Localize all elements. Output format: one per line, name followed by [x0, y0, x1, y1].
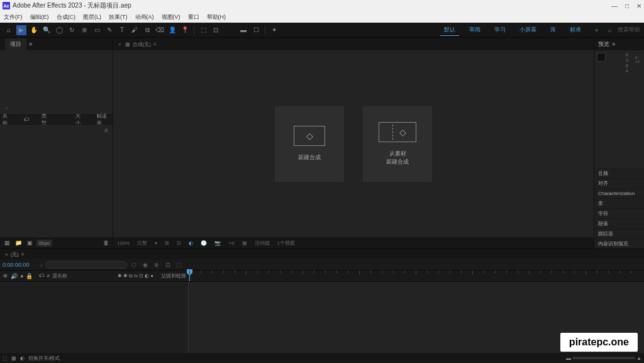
flowchart-icon[interactable]: ⋔ [104, 127, 109, 133]
solo-col-icon[interactable]: ● [20, 273, 23, 279]
guides-icon[interactable]: ⊡ [175, 240, 182, 246]
snap-toggle[interactable]: ⬚ [198, 25, 208, 35]
fill-color[interactable]: ▬ [238, 25, 248, 35]
home-button[interactable]: ⌂ [4, 25, 14, 35]
section-library[interactable]: 库 [594, 198, 644, 208]
close-button[interactable]: ✕ [636, 3, 641, 9]
workspace-more[interactable]: » [591, 26, 602, 35]
stamp-tool[interactable]: ⧉ [142, 25, 152, 35]
color-swatch[interactable] [597, 53, 606, 62]
tl-btn-1[interactable]: ⬡ [130, 260, 138, 269]
tl-btn-4[interactable]: ⊡ [164, 260, 172, 269]
tl-btn-5[interactable]: ⬚ [175, 260, 184, 269]
camera-label[interactable]: 活动摄 [253, 240, 271, 247]
comp-tab-icon: ▦ [125, 42, 130, 47]
maximize-button[interactable]: □ [625, 3, 629, 9]
workspace-learn[interactable]: 学习 [491, 25, 509, 35]
switch-mode-toggle[interactable]: 切换开关/模式 [28, 355, 60, 362]
roto-tool[interactable]: 👤 [167, 25, 177, 35]
section-characterization[interactable]: Characterization [594, 188, 644, 198]
shy-icon[interactable]: ⬚ [3, 355, 8, 361]
tl-btn-2[interactable]: ◉ [141, 260, 150, 269]
eraser-tool[interactable]: ⌫ [155, 25, 165, 35]
interpret-icon[interactable]: ▦ [3, 239, 11, 247]
comp-tab[interactable]: 合成(无) [133, 41, 151, 48]
workspace-review[interactable]: 审阅 [465, 25, 484, 35]
workspace-default[interactable]: 默认 [440, 25, 459, 36]
col-type-icon[interactable]: 🏷 [24, 117, 29, 123]
tl-btn-3[interactable]: ⊕ [152, 260, 161, 269]
transparency-icon[interactable]: ▦ [241, 240, 248, 246]
comp-from-footage-card[interactable]: ◇ 从素材新建合成 [363, 106, 432, 182]
anchor-tool[interactable]: ⊕ [79, 25, 89, 35]
menu-layer[interactable]: 图层(L) [83, 13, 101, 21]
workspace-small[interactable]: 小屏幕 [516, 25, 540, 35]
menu-effect[interactable]: 效果(T) [109, 13, 128, 21]
section-character[interactable]: 字符 [594, 208, 644, 218]
time-icon[interactable]: 🕐 [199, 240, 208, 246]
snap-option[interactable]: ⊡ [211, 25, 221, 35]
menu-edit[interactable]: 编辑(E) [30, 13, 49, 21]
extra-tool[interactable]: ✦ [269, 25, 279, 35]
pen-tool[interactable]: ✎ [104, 25, 114, 35]
timeline-search-icon[interactable]: ⌕ [40, 262, 43, 268]
project-search[interactable]: ⌕ [3, 102, 110, 113]
rotate-tool[interactable]: ↻ [67, 25, 77, 35]
resolution[interactable]: 完整 [136, 240, 148, 247]
grid-icon[interactable]: ⊞ [164, 240, 170, 246]
section-paragraph[interactable]: 段落 [594, 218, 644, 228]
project-tab[interactable]: 项目 [5, 38, 26, 50]
workspace-standard[interactable]: 标准 [566, 25, 585, 35]
bit-depth[interactable]: 8bpc [36, 240, 52, 247]
menu-composition[interactable]: 合成(C) [57, 13, 76, 21]
search-icon[interactable]: ⌕ [608, 27, 611, 33]
menu-help[interactable]: 帮助(H) [207, 13, 226, 21]
zoom-out-icon[interactable]: ▬ [566, 355, 571, 361]
new-comp-icon[interactable]: ▣ [25, 239, 34, 247]
lock-col-icon[interactable]: 🔒 [26, 273, 33, 279]
frame-blend-icon[interactable]: ▦ [11, 355, 16, 361]
trash-icon[interactable]: 🗑 [101, 239, 110, 247]
zoom-tool[interactable]: 🔍 [42, 25, 52, 35]
visibility-col-icon[interactable]: 👁 [3, 273, 8, 279]
source-name-col[interactable]: 源名称 [52, 272, 67, 279]
parent-col[interactable]: 父级和链接 [161, 272, 186, 279]
zoom-level[interactable]: 100% [116, 240, 131, 246]
hand-tool[interactable]: ✋ [29, 25, 39, 35]
orbit-tool[interactable]: ◯ [54, 25, 64, 35]
zoom-slider[interactable] [572, 357, 635, 359]
audio-col-icon[interactable]: 🔊 [11, 273, 18, 279]
zoom-in-icon[interactable]: ▲ [636, 355, 641, 361]
menu-window[interactable]: 窗口 [188, 13, 199, 21]
motion-blur-icon[interactable]: ◐ [20, 355, 25, 361]
section-content-fill[interactable]: 内容识别填充 [594, 238, 644, 249]
snapshot-icon[interactable]: 📷 [213, 240, 222, 246]
section-align[interactable]: 对齐 [594, 178, 644, 188]
timeline-search[interactable] [45, 261, 127, 269]
section-tracker[interactable]: 跟踪器 [594, 228, 644, 238]
stroke-color[interactable]: ☐ [251, 25, 261, 35]
selection-tool[interactable]: ▶ [16, 25, 26, 35]
text-tool[interactable]: T [117, 25, 127, 35]
timecode[interactable]: 0:00:00:00 [3, 262, 30, 268]
workspace-library[interactable]: 库 [547, 25, 560, 35]
section-audio[interactable]: 音频 [594, 168, 644, 178]
menu-view[interactable]: 视图(V) [162, 13, 180, 21]
menu-file[interactable]: 文件(F) [4, 13, 23, 21]
project-body[interactable]: ⋔ [0, 125, 113, 237]
view-count[interactable]: 1个视图 [276, 240, 296, 247]
search-help[interactable]: 搜索帮助 [618, 26, 640, 34]
timeline-layers[interactable] [0, 282, 189, 353]
puppet-tool[interactable]: 📍 [180, 25, 190, 35]
switch-col-icon[interactable]: ✱ [118, 273, 122, 279]
new-comp-card[interactable]: ◇ 新建合成 [275, 106, 344, 182]
mask-toggle[interactable]: ◐ [187, 240, 194, 246]
brush-tool[interactable]: 🖌 [130, 25, 140, 35]
timeline-tab[interactable]: (无) [11, 251, 19, 258]
menu-animation[interactable]: 动画(A) [135, 13, 154, 21]
rect-tool[interactable]: ▭ [92, 25, 102, 35]
preview-tab[interactable]: 预览 [598, 40, 609, 48]
minimize-button[interactable]: — [611, 3, 618, 9]
timeline-ruler[interactable] [189, 271, 644, 281]
folder-icon[interactable]: 📁 [14, 239, 23, 247]
